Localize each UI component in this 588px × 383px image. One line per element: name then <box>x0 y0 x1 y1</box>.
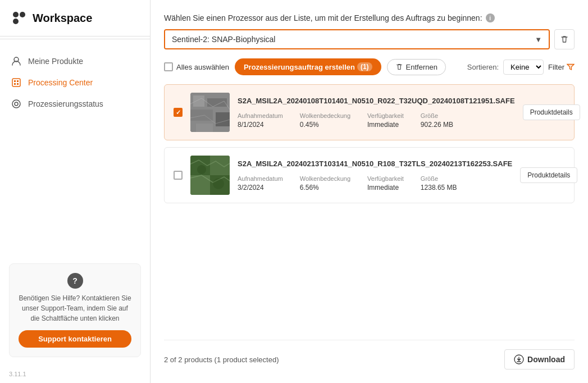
select-all-checkbox[interactable] <box>164 62 173 71</box>
person-icon <box>11 56 21 66</box>
download-button[interactable]: Download <box>504 349 575 370</box>
help-box: ? Benötigen Sie Hilfe? Kontaktieren Sie … <box>9 263 141 357</box>
svg-point-1 <box>20 12 25 17</box>
products-count: 2 of 2 products (1 product selected) <box>164 355 279 364</box>
svg-point-10 <box>15 102 18 106</box>
logo-icon <box>11 10 27 26</box>
product-1-name: S2A_MSIL2A_20240108T101401_N0510_R022_T3… <box>238 96 515 106</box>
sidebar-nav: Meine Produkte Processing Center Prozess… <box>0 42 150 254</box>
main-content: Wählen Sie einen Prozessor aus der Liste… <box>151 0 588 383</box>
svg-rect-13 <box>207 98 227 107</box>
footer: 2 of 2 products (1 product selected) Dow… <box>164 340 575 370</box>
product-2-checkbox[interactable] <box>174 171 183 180</box>
product-1-avail-label: Verfügbarkeit <box>367 112 404 119</box>
svg-rect-12 <box>193 95 204 107</box>
product-2-date: Aufnahmedatum 3/2/2024 <box>238 175 283 191</box>
product-2-action: Produktdetails <box>520 167 577 183</box>
svg-rect-8 <box>17 83 19 85</box>
svg-rect-4 <box>12 79 20 86</box>
processor-select[interactable]: Sentinel-2: SNAP-Biophysical <box>165 30 549 48</box>
svg-rect-16 <box>196 124 213 132</box>
product-2-meta: Aufnahmedatum 3/2/2024 Wolkenbedeckung 6… <box>238 175 512 191</box>
download-label: Download <box>527 355 565 364</box>
filter-label: Filter <box>548 63 564 71</box>
logo: Workspace <box>0 0 150 37</box>
version-label: 3.11.1 <box>0 366 150 383</box>
product-1-thumbnail <box>190 93 230 132</box>
remove-label: Entfernen <box>406 63 437 71</box>
svg-rect-7 <box>14 83 16 85</box>
svg-point-9 <box>12 100 20 108</box>
trash-small-icon <box>395 63 403 71</box>
sort-select[interactable]: Keine <box>503 60 544 75</box>
help-icon: ? <box>67 273 83 289</box>
sidebar-item-processing-status[interactable]: Prozessierungsstatus <box>0 93 150 115</box>
product-1-checkbox[interactable] <box>174 108 183 117</box>
product-2-date-label: Aufnahmedatum <box>238 175 283 182</box>
product-2-date-value: 3/2/2024 <box>238 184 264 191</box>
processor-select-inner: Sentinel-2: SNAP-Biophysical ▼ <box>165 30 549 48</box>
product-1-size-label: Größe <box>421 112 453 119</box>
create-order-label: Prozessierungsauftrag erstellen <box>244 63 355 71</box>
product-2-avail-label: Verfügbarkeit <box>367 175 404 182</box>
product-2-thumb-image <box>190 156 230 195</box>
nav-divider <box>0 39 150 39</box>
product-2-size-label: Größe <box>421 175 457 182</box>
info-icon[interactable]: i <box>486 13 495 22</box>
product-1-cloud: Wolkenbedeckung 0.45% <box>300 112 350 129</box>
product-2-name: S2A_MSIL2A_20240213T103141_N0510_R108_T3… <box>238 159 512 169</box>
svg-rect-20 <box>190 175 210 195</box>
product-1-date: Aufnahmedatum 8/1/2024 <box>238 112 283 129</box>
create-order-button[interactable]: Prozessierungsauftrag erstellen (1) <box>235 58 381 75</box>
product-1-details-button[interactable]: Produktdetails <box>523 104 580 120</box>
download-icon <box>514 354 524 364</box>
product-card-2: S2A_MSIL2A_20240213T103141_N0510_R108_T3… <box>164 147 575 203</box>
processing-icon <box>11 77 21 88</box>
sidebar-item-processing-center[interactable]: Processing Center <box>0 72 150 93</box>
svg-point-2 <box>13 19 19 24</box>
product-1-size-value: 902.26 MB <box>421 121 453 129</box>
product-1-cloud-value: 0.45% <box>300 121 319 129</box>
sidebar-item-my-products[interactable]: Meine Produkte <box>0 51 150 72</box>
product-1-thumb-image <box>190 93 230 132</box>
spacer <box>164 210 575 340</box>
svg-point-0 <box>13 12 19 17</box>
svg-rect-6 <box>17 80 19 82</box>
help-text: Benötigen Sie Hilfe? Kontaktieren Sie un… <box>19 293 131 323</box>
support-button[interactable]: Support kontaktieren <box>19 330 131 348</box>
svg-point-23 <box>213 178 224 189</box>
sidebar-item-processing-center-label: Processing Center <box>28 78 93 87</box>
create-order-count: (1) <box>357 62 372 71</box>
product-2-cloud-label: Wolkenbedeckung <box>300 175 350 182</box>
trash-icon <box>560 35 569 44</box>
svg-rect-15 <box>216 112 230 126</box>
product-1-action: Produktdetails <box>523 104 580 120</box>
delete-processor-button[interactable] <box>554 29 575 49</box>
logo-text: Workspace <box>33 12 92 25</box>
sidebar-item-processing-status-label: Prozessierungsstatus <box>28 99 103 108</box>
processor-select-row: Sentinel-2: SNAP-Biophysical ▼ <box>164 29 575 49</box>
filter-button[interactable]: Filter <box>548 63 575 71</box>
select-all-text: Alles auswählen <box>176 63 229 71</box>
product-1-size: Größe 902.26 MB <box>421 112 453 129</box>
product-2-thumbnail <box>190 156 230 195</box>
filter-icon <box>567 63 575 71</box>
product-1-date-value: 8/1/2024 <box>238 121 264 129</box>
svg-point-22 <box>197 165 206 174</box>
status-icon <box>11 99 21 109</box>
product-1-info: S2A_MSIL2A_20240108T101401_N0510_R022_T3… <box>238 96 515 128</box>
product-2-info: S2A_MSIL2A_20240213T103141_N0510_R108_T3… <box>238 159 512 191</box>
remove-button[interactable]: Entfernen <box>387 59 446 75</box>
sidebar: Workspace Meine Produkte Processing Cent… <box>0 0 151 383</box>
product-1-avail-value: Immediate <box>367 121 399 129</box>
product-2-details-button[interactable]: Produktdetails <box>520 167 577 183</box>
product-1-cloud-label: Wolkenbedeckung <box>300 112 350 119</box>
sort-filter-row: Sortieren: Keine Filter <box>467 60 575 75</box>
product-2-size-value: 1238.65 MB <box>421 184 457 191</box>
processor-header: Wählen Sie einen Prozessor aus der Liste… <box>164 13 575 22</box>
select-all-label[interactable]: Alles auswählen <box>164 62 229 71</box>
product-2-avail-value: Immediate <box>367 184 399 191</box>
sort-label: Sortieren: <box>467 63 499 71</box>
svg-rect-5 <box>14 80 16 82</box>
product-2-cloud-value: 6.56% <box>300 184 319 191</box>
